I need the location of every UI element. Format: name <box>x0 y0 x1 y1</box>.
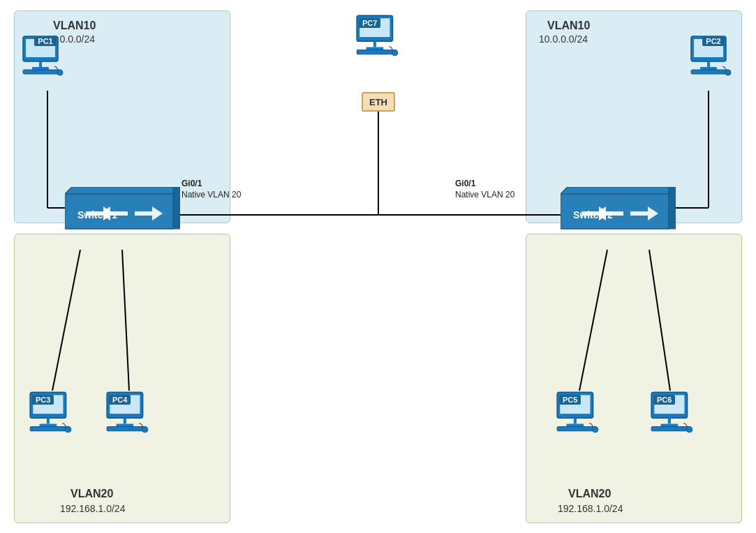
vlan10-right-subnet: 10.0.0.0/24 <box>539 33 588 45</box>
pc2-icon: PC2 <box>688 35 736 46</box>
svg-rect-54 <box>668 418 671 423</box>
vlan20-left-label: VLAN20 <box>71 488 113 500</box>
pc7-label: PC7 <box>359 18 380 28</box>
svg-rect-19 <box>700 67 717 70</box>
pc3-label: PC3 <box>32 395 54 405</box>
vlan20-left-region: VLAN20 192.168.1.0/24 <box>14 234 230 523</box>
svg-rect-24 <box>373 41 376 47</box>
svg-rect-44 <box>107 427 147 431</box>
switch2-icon: Switch 2 <box>561 187 676 243</box>
svg-rect-42 <box>124 418 126 423</box>
svg-rect-38 <box>30 427 70 431</box>
pc7-icon: PC7 <box>353 14 403 60</box>
svg-rect-56 <box>651 427 691 431</box>
eth-device: ETH <box>362 92 395 112</box>
network-diagram: VLAN10 10.0.0.0/24 VLAN10 10.0.0.0/24 VL… <box>0 0 756 533</box>
pc4-icon: PC4 <box>103 391 154 437</box>
switch1-port-label: Gi0/1 <box>181 179 202 188</box>
svg-rect-50 <box>557 427 597 431</box>
vlan20-left-subnet: 192.168.1.0/24 <box>60 503 125 514</box>
pc3-icon: PC3 <box>27 391 77 437</box>
switch1-native-label: Native VLAN 20 <box>181 190 241 200</box>
switch2-port-label: Gi0/1 <box>455 179 475 188</box>
pc2-label: PC2 <box>702 36 724 46</box>
svg-rect-25 <box>366 47 384 50</box>
pc4-label: PC4 <box>109 395 131 405</box>
svg-point-21 <box>725 70 731 75</box>
svg-rect-49 <box>567 423 584 426</box>
svg-rect-48 <box>574 418 577 423</box>
svg-rect-55 <box>661 423 679 426</box>
svg-rect-13 <box>32 67 49 70</box>
switch2-native-label: Native VLAN 20 <box>455 190 514 200</box>
svg-point-45 <box>142 427 148 433</box>
vlan10-right-label: VLAN10 <box>547 20 590 32</box>
svg-rect-43 <box>117 423 134 426</box>
svg-point-51 <box>593 427 598 433</box>
eth-label: ETH <box>369 97 387 107</box>
svg-point-15 <box>57 70 63 75</box>
pc5-label: PC5 <box>559 395 581 405</box>
vlan20-right-region: VLAN20 192.168.1.0/24 <box>526 234 742 523</box>
svg-point-39 <box>66 427 71 433</box>
svg-rect-20 <box>691 70 729 74</box>
svg-point-57 <box>687 427 692 433</box>
pc5-icon: PC5 <box>554 391 604 437</box>
vlan20-right-label: VLAN20 <box>568 488 611 500</box>
pc1-label: PC1 <box>34 36 56 46</box>
svg-rect-14 <box>23 70 61 74</box>
switch1-icon: Switch 1 <box>65 187 180 243</box>
svg-rect-26 <box>357 50 396 54</box>
svg-rect-30 <box>173 187 180 229</box>
vlan10-left-label: VLAN10 <box>53 20 96 32</box>
svg-rect-12 <box>39 61 42 67</box>
svg-rect-37 <box>40 423 57 426</box>
switch2-label: Switch 2 <box>573 209 613 220</box>
svg-point-27 <box>392 50 398 56</box>
switch1-label: Switch 1 <box>77 209 117 220</box>
svg-rect-36 <box>47 418 50 423</box>
svg-rect-33 <box>669 187 676 229</box>
svg-rect-18 <box>707 61 710 67</box>
vlan20-right-subnet: 192.168.1.0/24 <box>558 503 623 514</box>
pc6-icon: PC6 <box>648 391 698 437</box>
pc6-label: PC6 <box>653 395 675 405</box>
pc1-icon: PC1 <box>20 35 68 46</box>
